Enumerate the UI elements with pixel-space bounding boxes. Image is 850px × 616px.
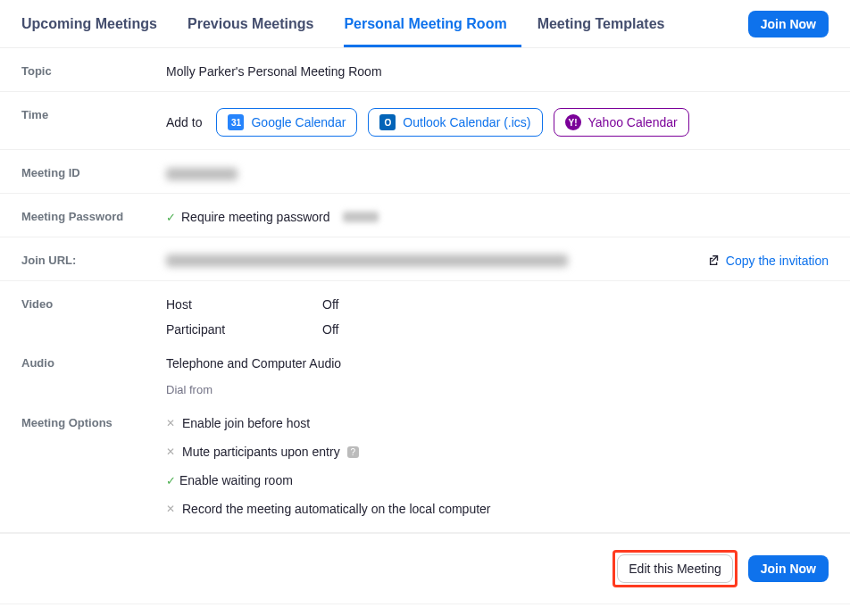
row-time: Time Add to 31 Google Calendar O Outlook… — [0, 92, 850, 150]
row-join-url: Join URL: Copy the invitation — [0, 237, 850, 281]
option-record-label: Record the meeting automatically on the … — [182, 502, 491, 516]
outlook-calendar-button[interactable]: O Outlook Calendar (.ics) — [368, 108, 542, 137]
join-now-button-bottom[interactable]: Join Now — [748, 555, 829, 582]
check-icon: ✓ — [166, 474, 176, 487]
require-password-label: Require meeting password — [181, 210, 330, 224]
outlook-calendar-label: Outlook Calendar (.ics) — [403, 115, 530, 129]
label-meeting-id: Meeting ID — [21, 162, 166, 179]
yahoo-calendar-button[interactable]: Y! Yahoo Calendar — [554, 108, 689, 137]
label-topic: Topic — [21, 61, 166, 78]
option-mute-label: Mute participants upon entry — [182, 445, 340, 459]
meeting-id-value-redacted — [166, 168, 238, 180]
tab-previous-meetings[interactable]: Previous Meetings — [188, 0, 328, 47]
video-host-value: Off — [322, 297, 829, 312]
x-icon: ✕ — [166, 503, 175, 515]
join-now-button-top[interactable]: Join Now — [748, 11, 829, 37]
option-record-automatically: ✕ Record the meeting automatically on th… — [166, 502, 829, 516]
add-to-label: Add to — [166, 115, 202, 129]
google-calendar-button[interactable]: 31 Google Calendar — [216, 108, 357, 137]
tab-meeting-templates[interactable]: Meeting Templates — [538, 0, 679, 47]
edit-button-highlight: Edit this Meeting — [612, 550, 738, 587]
dial-from-label: Dial from — [166, 383, 829, 396]
label-time: Time — [21, 104, 166, 121]
label-video: Video — [21, 294, 166, 311]
label-meeting-password: Meeting Password — [21, 206, 166, 223]
footer-actions: Edit this Meeting Join Now — [0, 533, 850, 604]
edit-this-meeting-button[interactable]: Edit this Meeting — [617, 554, 733, 583]
row-meeting-id: Meeting ID — [0, 150, 850, 194]
label-join-url: Join URL: — [21, 250, 166, 267]
yahoo-calendar-icon: Y! — [565, 114, 581, 130]
option-join-before-host: ✕ Enable join before host — [166, 416, 829, 430]
tabs-bar: Upcoming Meetings Previous Meetings Pers… — [0, 0, 850, 48]
video-participant-label: Participant — [166, 322, 322, 337]
row-topic: Topic Molly Parker's Personal Meeting Ro… — [0, 48, 850, 92]
label-meeting-options: Meeting Options — [21, 412, 166, 429]
label-audio: Audio — [21, 353, 166, 370]
google-calendar-label: Google Calendar — [251, 115, 346, 129]
row-meeting-password: Meeting Password ✓ Require meeting passw… — [0, 194, 850, 237]
option-mute-on-entry: ✕ Mute participants upon entry ? — [166, 445, 829, 459]
option-waiting-room-label: Enable waiting room — [179, 473, 293, 487]
copy-invitation-label: Copy the invitation — [726, 254, 829, 268]
check-icon: ✓ — [166, 211, 176, 224]
yahoo-calendar-label: Yahoo Calendar — [588, 115, 678, 129]
x-icon: ✕ — [166, 417, 175, 429]
row-meeting-options: Meeting Options ✕ Enable join before hos… — [21, 412, 829, 516]
outlook-calendar-icon: O — [379, 114, 396, 130]
row-audio: Audio Telephone and Computer Audio Dial … — [21, 353, 829, 396]
video-participant-value: Off — [322, 322, 829, 337]
row-video: Video Host Off Participant Off — [21, 294, 829, 337]
help-icon[interactable]: ? — [347, 446, 359, 458]
join-url-value-redacted — [166, 254, 568, 267]
tab-upcoming-meetings[interactable]: Upcoming Meetings — [21, 0, 171, 47]
google-calendar-icon: 31 — [228, 114, 244, 130]
option-waiting-room: ✓ Enable waiting room — [166, 473, 829, 487]
tab-personal-meeting-room[interactable]: Personal Meeting Room — [344, 0, 521, 47]
password-value-redacted — [343, 212, 379, 222]
copy-invitation-link[interactable]: Copy the invitation — [708, 254, 829, 268]
option-join-before-host-label: Enable join before host — [182, 416, 310, 430]
value-topic: Molly Parker's Personal Meeting Room — [166, 61, 829, 79]
audio-value: Telephone and Computer Audio — [166, 356, 829, 370]
video-host-label: Host — [166, 297, 322, 312]
share-icon — [708, 254, 721, 267]
x-icon: ✕ — [166, 445, 175, 458]
